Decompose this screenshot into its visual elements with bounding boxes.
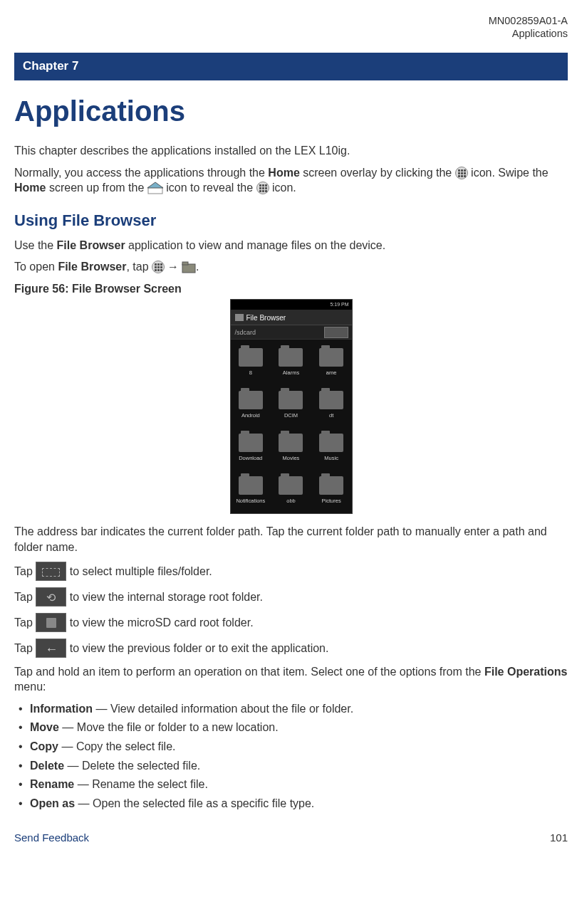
tap-back: Tap to view the previous folder or to ex… bbox=[14, 639, 568, 658]
folder-label: Android bbox=[241, 412, 260, 419]
svg-rect-17 bbox=[262, 187, 264, 189]
tap-root: Tap to view the internal storage root fo… bbox=[14, 587, 568, 607]
svg-rect-9 bbox=[464, 175, 466, 177]
folder-cell: dt bbox=[311, 384, 352, 426]
list-item: Open as — Open the selected file as a sp… bbox=[14, 796, 568, 812]
chapter-bar: Chapter 7 bbox=[14, 53, 568, 80]
svg-rect-33 bbox=[182, 262, 188, 265]
file-ops-ref: File Operations bbox=[484, 666, 567, 678]
section-heading: Using File Browser bbox=[14, 210, 568, 231]
text: to view the internal storage root folder… bbox=[66, 591, 263, 603]
file-browser-ref: File Browser bbox=[58, 261, 126, 273]
folder-label: Movies bbox=[283, 455, 300, 462]
file-browser-ref: File Browser bbox=[57, 239, 125, 251]
op-desc: — Open the selected file as a specific f… bbox=[75, 797, 314, 809]
svg-marker-11 bbox=[147, 182, 163, 188]
home-icon bbox=[147, 182, 163, 194]
op-name: Move bbox=[30, 721, 59, 733]
text: Tap bbox=[14, 642, 36, 654]
svg-rect-20 bbox=[262, 190, 264, 192]
status-time: 5:19 PM bbox=[330, 302, 348, 307]
op-name: Copy bbox=[30, 740, 58, 752]
list-item: Information — View detailed information … bbox=[14, 701, 568, 717]
folder-icon bbox=[235, 314, 244, 321]
folder-grid: 8 Alarms ame Android DCIM dt Download Mo… bbox=[231, 341, 352, 513]
folder-cell: Alarms bbox=[271, 341, 311, 384]
svg-rect-16 bbox=[259, 187, 261, 189]
text: Tap bbox=[14, 616, 36, 629]
home-ref-1: Home bbox=[268, 167, 299, 179]
svg-rect-28 bbox=[160, 266, 162, 268]
figure-caption: Figure 56: File Browser Screen bbox=[14, 281, 568, 297]
svg-rect-18 bbox=[265, 187, 267, 189]
internal-root-icon bbox=[36, 587, 66, 607]
svg-rect-23 bbox=[155, 263, 157, 266]
folder-label: Download bbox=[239, 455, 262, 462]
svg-rect-13 bbox=[259, 184, 261, 187]
folder-cell: obb bbox=[271, 469, 311, 512]
op-name: Rename bbox=[30, 778, 74, 790]
folder-icon bbox=[319, 391, 343, 409]
header-meta: MN002859A01-A Applications bbox=[14, 14, 568, 40]
apps-grid-icon bbox=[455, 167, 468, 179]
text: icon. Swipe the bbox=[468, 167, 549, 179]
folder-cell: Download bbox=[231, 426, 271, 469]
folder-cell: Music bbox=[311, 426, 352, 469]
text: application to view and manage files on … bbox=[125, 239, 386, 251]
file-browser-screenshot: 5:19 PM File Browser /sdcard 8 Alarms am… bbox=[230, 299, 353, 514]
folder-cell: DCIM bbox=[271, 384, 311, 426]
svg-rect-4 bbox=[458, 172, 460, 174]
folder-label: dt bbox=[329, 412, 333, 419]
svg-rect-1 bbox=[458, 169, 460, 172]
text: . bbox=[196, 261, 199, 273]
footer: Send Feedback 101 bbox=[14, 831, 568, 845]
svg-rect-26 bbox=[155, 266, 157, 268]
sd-card-icon bbox=[36, 613, 66, 632]
tap-multi: Tap to select multiple files/folder. bbox=[14, 562, 568, 581]
folder-icon bbox=[319, 434, 343, 452]
title-bar: File Browser bbox=[231, 310, 352, 325]
folder-cell: Notifications bbox=[231, 469, 271, 512]
list-item: Move — Move the file or folder to a new … bbox=[14, 720, 568, 735]
page-title: Applications bbox=[14, 92, 568, 130]
apps-grid-icon bbox=[256, 182, 269, 194]
page-number: 101 bbox=[550, 831, 568, 845]
text: Use the bbox=[14, 239, 57, 251]
op-desc: — Move the file or folder to a new locat… bbox=[59, 721, 279, 733]
text: screen up from the bbox=[46, 182, 147, 194]
address-bar-para: The address bar indicates the current fo… bbox=[14, 524, 568, 555]
folder-label: Music bbox=[324, 455, 338, 462]
text: icon to reveal the bbox=[163, 182, 256, 194]
text: to view the microSD card root folder. bbox=[66, 616, 253, 629]
op-desc: — Rename the select file. bbox=[74, 778, 208, 790]
op-desc: — Copy the select file. bbox=[58, 740, 176, 752]
intro-para: This chapter describes the applications … bbox=[14, 143, 568, 159]
svg-rect-24 bbox=[157, 263, 160, 266]
op-desc: — View detailed information about the fi… bbox=[93, 703, 353, 715]
access-para: Normally, you access the applications th… bbox=[14, 165, 568, 196]
text: to view the previous folder or to exit t… bbox=[66, 642, 328, 654]
back-icon bbox=[36, 639, 66, 658]
folder-label: Alarms bbox=[283, 369, 299, 377]
folder-icon bbox=[182, 261, 196, 273]
folder-icon bbox=[319, 476, 343, 495]
send-feedback-link[interactable]: Send Feedback bbox=[14, 831, 89, 845]
folder-icon bbox=[239, 434, 263, 452]
folder-label: Pictures bbox=[322, 498, 341, 505]
text: , tap bbox=[126, 261, 152, 273]
svg-rect-25 bbox=[160, 263, 162, 266]
op-desc: — Delete the selected file. bbox=[64, 760, 200, 772]
folder-icon bbox=[239, 348, 263, 367]
status-bar: 5:19 PM bbox=[231, 300, 352, 310]
folder-icon bbox=[279, 391, 303, 409]
folder-cell: 8 bbox=[231, 341, 271, 384]
folder-icon bbox=[319, 348, 343, 367]
list-item: Copy — Copy the select file. bbox=[14, 739, 568, 755]
svg-rect-6 bbox=[464, 172, 466, 174]
app-title: File Browser bbox=[246, 314, 286, 322]
doc-id: MN002859A01-A bbox=[489, 15, 568, 26]
open-file-browser: To open File Browser, tap →. bbox=[14, 259, 568, 275]
svg-rect-8 bbox=[461, 175, 463, 177]
svg-rect-3 bbox=[464, 169, 466, 172]
folder-label: obb bbox=[286, 498, 296, 505]
